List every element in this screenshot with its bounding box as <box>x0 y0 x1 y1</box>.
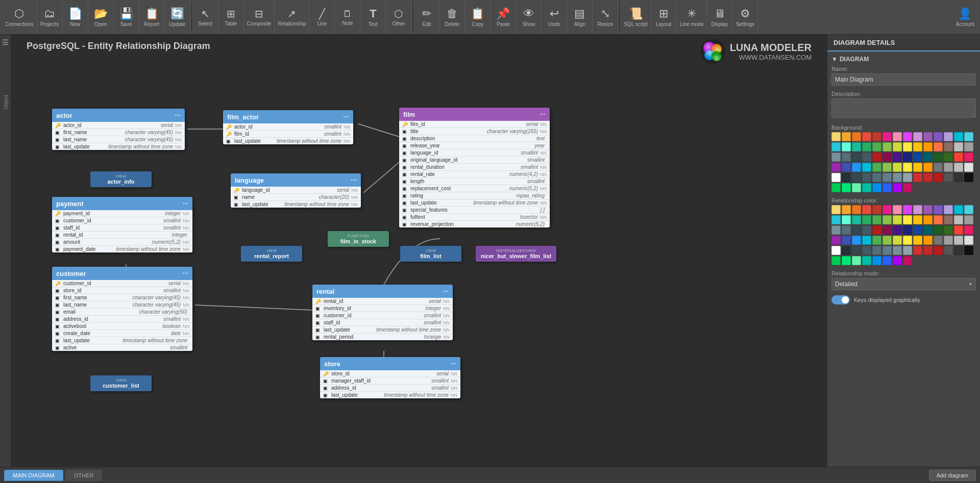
table-row[interactable]: ▣ staff_id smallint NN <box>312 319 453 326</box>
color-swatch[interactable] <box>893 256 902 265</box>
color-swatch[interactable] <box>842 132 851 141</box>
color-swatch[interactable] <box>923 132 933 141</box>
toolbar-select[interactable]: ↖ Select <box>193 0 218 34</box>
color-swatch[interactable] <box>964 236 973 245</box>
color-swatch[interactable] <box>923 163 933 172</box>
color-swatch[interactable] <box>883 215 892 224</box>
color-swatch[interactable] <box>923 205 933 214</box>
color-swatch[interactable] <box>954 173 963 182</box>
table-dots-language[interactable]: ··· <box>351 176 357 184</box>
toolbar-line[interactable]: ╱ Line <box>309 0 335 34</box>
color-swatch[interactable] <box>964 142 973 151</box>
table-row[interactable]: ▣ language_id smallint NN <box>399 149 550 157</box>
table-dots-rental[interactable]: ··· <box>443 287 449 295</box>
table-row[interactable]: ▣ last_update timestamp without time zon… <box>52 337 192 344</box>
color-swatch[interactable] <box>923 173 933 182</box>
color-swatch[interactable] <box>893 236 902 245</box>
color-swatch[interactable] <box>893 152 902 162</box>
color-swatch[interactable] <box>862 132 871 141</box>
table-row[interactable]: ▣ customer_id smallint NN <box>312 312 453 319</box>
color-swatch[interactable] <box>954 246 963 255</box>
table-row[interactable]: ▣ revenue_projection numeric(5,2) <box>399 221 550 227</box>
toolbar-table[interactable]: ⊞ Table <box>218 0 244 34</box>
color-swatch[interactable] <box>954 225 963 235</box>
color-swatch[interactable] <box>893 142 902 151</box>
add-diagram-button[interactable]: Add diagram <box>929 470 976 481</box>
toolbar-account[interactable]: 👤 Account <box>952 0 978 34</box>
color-swatch[interactable] <box>842 246 851 255</box>
color-swatch[interactable] <box>862 163 871 172</box>
color-swatch[interactable] <box>872 256 881 265</box>
table-row[interactable]: ▣ address_id smallint NN <box>52 316 192 323</box>
color-swatch[interactable] <box>872 225 881 235</box>
toolbar-resize[interactable]: ⤡ Resize <box>593 0 618 34</box>
table-dots-customer[interactable]: ··· <box>182 269 188 277</box>
table-dots-film[interactable]: ··· <box>540 110 546 118</box>
color-swatch[interactable] <box>923 246 933 255</box>
table-dots-payment[interactable]: ··· <box>182 199 188 208</box>
color-swatch[interactable] <box>934 173 943 182</box>
erd-table-film[interactable]: film··· 🔑 film_id serial NN ▣ title char… <box>399 108 550 227</box>
color-swatch[interactable] <box>934 152 943 162</box>
color-swatch[interactable] <box>862 215 871 224</box>
toolbar-update[interactable]: 🔄 Update <box>165 0 190 34</box>
color-swatch[interactable] <box>852 152 861 162</box>
color-swatch[interactable] <box>842 142 851 151</box>
view-box-film_list[interactable]: VIEW film_list <box>400 246 461 262</box>
color-swatch[interactable] <box>944 246 953 255</box>
table-row[interactable]: ▣ replacement_cost numeric(5,2) NN <box>399 185 550 192</box>
view-box-nicer_but_slower[interactable]: MATERIALIZEDVIEW nicer_but_slower_film_l… <box>476 246 556 262</box>
table-row[interactable]: ▣ rental_rate numeric(4,2) NN <box>399 171 550 178</box>
toolbar-relationship[interactable]: ↗ Relationship <box>275 0 309 34</box>
color-swatch[interactable] <box>883 152 892 162</box>
color-swatch[interactable] <box>964 163 973 172</box>
color-swatch[interactable] <box>913 163 922 172</box>
view-box-rental_report[interactable]: VIEW rental_report <box>241 246 302 262</box>
color-swatch[interactable] <box>934 163 943 172</box>
table-row[interactable]: ▣ last_update timestamp without time zon… <box>399 199 550 207</box>
color-swatch[interactable] <box>954 236 963 245</box>
toolbar-display[interactable]: 🖥 Display <box>707 0 732 34</box>
table-row[interactable]: ▣ manager_staff_id smallint NN <box>320 377 460 385</box>
color-swatch[interactable] <box>913 132 922 141</box>
color-swatch[interactable] <box>883 173 892 182</box>
color-swatch[interactable] <box>893 163 902 172</box>
color-swatch[interactable] <box>842 205 851 214</box>
table-dots-store[interactable]: ··· <box>450 360 456 368</box>
table-row[interactable]: ▣ description text <box>399 135 550 142</box>
color-swatch[interactable] <box>842 215 851 224</box>
color-swatch[interactable] <box>913 142 922 151</box>
table-row[interactable]: ▣ store_id smallint NN <box>52 287 192 294</box>
color-swatch[interactable] <box>872 142 881 151</box>
erd-table-film_actor[interactable]: film_actor··· 🔑 actor_id smallint NN 🔑 f… <box>223 110 353 144</box>
table-row[interactable]: 🔑 actor_id serial NN <box>52 122 185 129</box>
table-dots-film_actor[interactable]: ··· <box>343 113 349 121</box>
color-swatch[interactable] <box>964 152 973 162</box>
color-swatch[interactable] <box>903 183 912 192</box>
table-row[interactable]: ▣ name character(20) NN <box>231 194 361 201</box>
color-swatch[interactable] <box>831 142 841 151</box>
table-row[interactable]: 🔑 rental_id serial NN <box>312 298 453 305</box>
color-swatch[interactable] <box>893 225 902 235</box>
view-box-film_in_stock[interactable]: FUNCTION film_in_stock <box>328 231 389 247</box>
toolbar-undo[interactable]: ↩ Undo <box>542 0 567 34</box>
table-dots-actor[interactable]: ··· <box>175 111 181 119</box>
color-swatch[interactable] <box>852 142 861 151</box>
color-swatch[interactable] <box>862 173 871 182</box>
toolbar-settings[interactable]: ⚙ Settings <box>732 0 758 34</box>
color-swatch[interactable] <box>944 163 953 172</box>
table-row[interactable]: ▣ last_update timestamp without time zon… <box>52 143 185 150</box>
table-row[interactable]: ▣ last_name character varying(45) NN <box>52 136 185 143</box>
color-swatch[interactable] <box>893 215 902 224</box>
color-swatch[interactable] <box>872 205 881 214</box>
color-swatch[interactable] <box>944 205 953 214</box>
color-swatch[interactable] <box>842 256 851 265</box>
color-swatch[interactable] <box>923 215 933 224</box>
erd-table-rental[interactable]: rental··· 🔑 rental_id serial NN ▣ invent… <box>312 285 453 340</box>
color-swatch[interactable] <box>893 132 902 141</box>
color-swatch[interactable] <box>944 225 953 235</box>
table-row[interactable]: ▣ rental_period tsrange NN <box>312 334 453 340</box>
color-swatch[interactable] <box>903 132 912 141</box>
color-swatch[interactable] <box>842 173 851 182</box>
color-swatch[interactable] <box>913 173 922 182</box>
